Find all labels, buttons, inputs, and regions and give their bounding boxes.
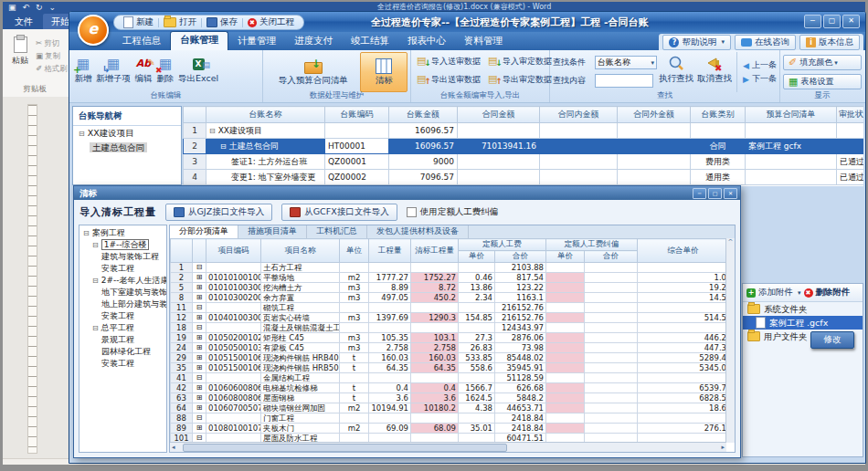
- tab-工程信息[interactable]: 工程信息: [113, 32, 170, 50]
- dialog-titlebar[interactable]: 清标: [74, 186, 740, 200]
- search-content-input[interactable]: [595, 74, 653, 88]
- ledger-column-header[interactable]: 合同外金额: [618, 107, 691, 123]
- clarify-row[interactable]: 2⊞010101001001平整场地m21777.271752.270.4681…: [171, 273, 727, 283]
- ledger-column-header[interactable]: 台账金额: [389, 107, 458, 123]
- ledger-column-header[interactable]: 台账类别: [691, 107, 746, 123]
- tab-发包人提供材料及设备[interactable]: 发包人提供材料及设备: [367, 225, 469, 238]
- clarify-row[interactable]: 19⊞010502001025矩形柱 C45m3105.35103.127.32…: [171, 333, 727, 343]
- nav-tree-item[interactable]: 土建总包合同: [73, 141, 181, 154]
- expand-cell[interactable]: ⊞: [193, 383, 206, 393]
- cut-button[interactable]: ✂剪切: [36, 38, 59, 49]
- quick-new-doc-button[interactable]: 新建: [123, 16, 153, 28]
- clarify-row[interactable]: 18⊟混凝土及钢筋混凝土工124343.97: [171, 323, 727, 333]
- clarify-row[interactable]: 63⊞010608008069屋面钢梯t3.63.61624.55848.268…: [171, 393, 727, 403]
- quick-access-more-icon[interactable]: ⌄: [49, 3, 57, 12]
- import-submitted-data-button[interactable]: 导入送审数据: [414, 55, 483, 68]
- import-budget-contract-list-button[interactable]: 导入预算合同清单: [266, 52, 360, 92]
- ledger-column-header[interactable]: 合同内金额: [540, 107, 618, 123]
- col-labor-fee-adjusted-group[interactable]: 定额人工费纠偏: [546, 239, 638, 251]
- expand-cell[interactable]: ⊞: [193, 273, 206, 283]
- horizontal-scrollbar[interactable]: ◂ ▸: [170, 442, 726, 452]
- quick-open-folder-button[interactable]: 打开: [164, 16, 196, 28]
- ledger-row[interactable]: 1⊟XX建设项目16096.57: [184, 123, 864, 139]
- project-tree-item[interactable]: ⊟2#--老年人生活康复楼: [79, 275, 166, 287]
- export-approved-data-button[interactable]: 导出审定数据: [485, 73, 555, 87]
- col-expand[interactable]: [193, 239, 206, 263]
- add-child-button[interactable]: 新增子项: [94, 52, 132, 92]
- ledger-column-header[interactable]: 台账名称: [206, 107, 325, 123]
- col-total[interactable]: 合价: [495, 251, 546, 263]
- scroll-left-icon[interactable]: ◂: [172, 443, 175, 452]
- clarify-row[interactable]: 41⊟金属结构工程51128.59: [171, 373, 727, 383]
- expand-cell[interactable]: ⊟: [193, 303, 206, 313]
- expand-cell[interactable]: ⊞: [193, 333, 206, 343]
- collapse-icon[interactable]: ⊟: [92, 277, 99, 285]
- paste-button[interactable]: 粘贴: [8, 37, 32, 67]
- collapse-icon[interactable]: ⊟: [209, 127, 216, 135]
- edit-button[interactable]: 编辑: [132, 52, 154, 92]
- project-tree-item[interactable]: 园林绿化工程: [79, 346, 166, 358]
- help-button[interactable]: ?帮助说明▾: [662, 35, 731, 50]
- project-tree-item[interactable]: ⊟案例工程: [79, 227, 166, 239]
- clarify-row[interactable]: 88⊟门窗工程2418.84: [171, 413, 727, 424]
- clarify-row[interactable]: 64⊞010607005070砌块墙钢丝网加固m210194.9110180.2…: [171, 403, 727, 413]
- clarify-row[interactable]: 5⊞010101003003挖沟槽土方m38.898.7213.86123.22…: [171, 283, 727, 293]
- redo-icon[interactable]: ↻: [36, 3, 43, 12]
- scroll-right-icon[interactable]: ▸: [721, 443, 725, 452]
- export-excel-button[interactable]: 导出Excel: [176, 52, 220, 92]
- project-tree-item[interactable]: 地下室建筑与装饰工程: [79, 287, 166, 298]
- close-icon[interactable]: ✕: [724, 188, 737, 199]
- clarify-row[interactable]: 12⊞010401003009页岩实心砖墙m31397.691290.3154.…: [171, 313, 727, 323]
- tab-报表中心[interactable]: 报表中心: [398, 32, 455, 50]
- import-gcfx-file-button[interactable]: 从GCFX接口文件导入: [281, 204, 397, 221]
- col-total[interactable]: 合价: [585, 251, 638, 263]
- expand-cell[interactable]: ⊟: [193, 373, 206, 383]
- attachment-item[interactable]: 系统文件夹: [743, 302, 863, 316]
- vertical-scrollbar[interactable]: ^: [725, 238, 735, 443]
- col-item-code[interactable]: 项目编码: [206, 239, 261, 263]
- nav-tree-item[interactable]: ⊟XX建设项目: [73, 126, 181, 141]
- collapse-icon[interactable]: ⊟: [92, 324, 99, 332]
- collapse-icon[interactable]: ⊟: [83, 229, 90, 237]
- clarify-bid-button[interactable]: 清标: [360, 52, 408, 92]
- expand-cell[interactable]: ⊞: [193, 353, 206, 363]
- remove-attachment-button[interactable]: 删除附件: [816, 287, 851, 298]
- col-unit-price[interactable]: 单价: [546, 251, 585, 263]
- modify-button[interactable]: 修改: [810, 331, 854, 349]
- format-painter-button[interactable]: ✐格式刷: [36, 64, 68, 75]
- clarify-row[interactable]: 8⊞010103002001余方弃置m3497.05450.22.341163.…: [171, 293, 727, 303]
- export-submitted-data-button[interactable]: 导出送审数据: [414, 73, 483, 87]
- attachment-item[interactable]: 案例工程 .gcfx: [743, 316, 863, 330]
- previous-record-button[interactable]: ◀上一条: [740, 58, 779, 72]
- project-tree-item[interactable]: ⊟1#--综合楼: [79, 239, 166, 251]
- fill-color-button[interactable]: 填充颜色▾: [783, 55, 862, 70]
- labor-fee-correction-checkbox[interactable]: 使用定额人工费纠偏: [407, 206, 499, 218]
- import-approved-data-button[interactable]: 导入审定数据: [485, 55, 555, 68]
- ledger-row[interactable]: 2⊟土建总包合同HT0000116096.5771013941.16合同案例工程…: [184, 139, 864, 154]
- quick-close-project-button[interactable]: ✖关闭工程: [248, 16, 294, 28]
- tab-工料机汇总[interactable]: 工料机汇总: [307, 225, 367, 238]
- tab-分部分项清单[interactable]: 分部分项清单: [170, 225, 238, 238]
- col-labor-fee-group[interactable]: 定额人工费: [459, 239, 546, 251]
- import-gjz-file-button[interactable]: 从GJZ接口文件导入: [165, 204, 272, 221]
- maximize-icon[interactable]: ▢: [823, 15, 841, 28]
- expand-cell[interactable]: ⊟: [193, 323, 206, 333]
- version-info-button[interactable]: i版本信息: [799, 35, 860, 50]
- ledger-column-header[interactable]: 预算合同清单: [746, 107, 837, 123]
- expand-cell[interactable]: ⊞: [193, 403, 206, 413]
- copy-button[interactable]: ▣复制: [36, 51, 60, 62]
- project-tree-item[interactable]: 安装工程: [79, 263, 166, 275]
- expand-cell[interactable]: ⊞: [193, 313, 206, 323]
- next-record-button[interactable]: ▶下一条: [740, 72, 779, 86]
- save-icon[interactable]: ▣: [8, 3, 16, 12]
- ledger-row[interactable]: 3签证1: 土方外运台班QZ000019000费用类已通过: [184, 154, 864, 170]
- project-tree-item[interactable]: 地上部分建筑与装饰工程: [79, 298, 166, 310]
- tab-进度支付[interactable]: 进度支付: [285, 32, 342, 50]
- minimize-icon[interactable]: ─: [804, 15, 821, 28]
- col-quantity[interactable]: 工程量: [369, 239, 411, 263]
- expand-cell[interactable]: ⊞: [193, 424, 206, 434]
- clarify-row[interactable]: 42⊞010606008068电梯基坑检修梯t0.40.41566.7626.6…: [171, 383, 727, 393]
- minimize-icon[interactable]: ─: [693, 188, 706, 199]
- project-tree-item[interactable]: 安装工程: [79, 310, 166, 322]
- expand-cell[interactable]: ⊞: [193, 283, 206, 293]
